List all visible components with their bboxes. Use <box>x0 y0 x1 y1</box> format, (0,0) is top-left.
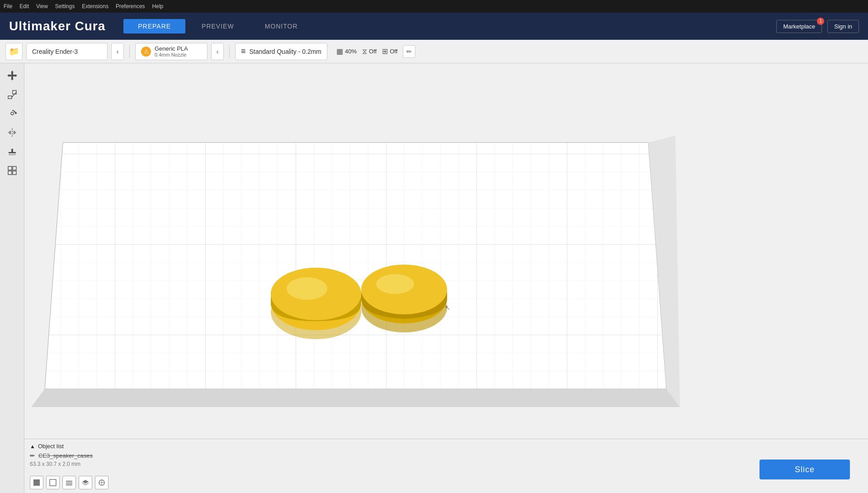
view-mode-5-button[interactable] <box>95 476 108 489</box>
xray-view-icon <box>66 479 73 486</box>
svg-marker-9 <box>15 112 17 114</box>
main-area: ↖ ▲ Object list ✏ CE3_speaker_cases 63.3… <box>0 63 868 493</box>
edit-object-icon: ✏ <box>30 452 35 459</box>
menu-extensions[interactable]: Extensions <box>82 3 108 9</box>
svg-rect-1 <box>8 75 16 76</box>
svg-point-10 <box>11 112 14 115</box>
toolbar-separator-2 <box>229 45 230 58</box>
view-layers-button[interactable] <box>79 476 92 489</box>
chevron-left-icon-2: ‹ <box>217 48 219 55</box>
mirror-tool[interactable] <box>4 124 21 141</box>
svg-marker-5 <box>15 74 17 77</box>
logo-part1: Ultimaker <box>9 19 75 33</box>
menu-preferences[interactable]: Preferences <box>116 3 145 9</box>
pencil-icon: ✏ <box>406 48 412 55</box>
move-icon <box>7 71 17 81</box>
svg-marker-2 <box>11 71 14 72</box>
svg-rect-15 <box>11 149 13 152</box>
nav-tabs: PREPARE PREVIEW MONITOR <box>123 19 776 33</box>
collapse-icon: ▲ <box>30 443 35 450</box>
slice-button[interactable]: Slice <box>760 460 850 479</box>
permodel-icon <box>7 166 17 175</box>
svg-rect-14 <box>9 152 16 153</box>
rotate-icon <box>7 109 17 119</box>
mirror-icon <box>7 128 17 137</box>
menu-view[interactable]: View <box>36 3 48 9</box>
menu-file[interactable]: File <box>4 3 12 9</box>
svg-rect-39 <box>50 479 56 486</box>
svg-rect-19 <box>8 171 12 175</box>
svg-rect-6 <box>8 96 12 99</box>
svg-rect-38 <box>33 479 40 486</box>
svg-rect-42 <box>66 484 72 485</box>
layers-view-icon <box>82 479 89 486</box>
mode5-view-icon <box>98 479 105 486</box>
view-solid-button[interactable] <box>30 476 43 489</box>
object-dimensions: 63.3 x 30.7 x 2.0 mm <box>30 461 863 467</box>
support-icon-svg <box>7 147 17 156</box>
svg-rect-17 <box>8 166 12 170</box>
3d-viewport[interactable]: ↖ ▲ Object list ✏ CE3_speaker_cases 63.3… <box>24 63 868 493</box>
marketplace-button[interactable]: Marketplace 1 <box>776 20 822 33</box>
material-selector[interactable]: ⚠ Generic PLA 0.4mm Nozzle <box>135 43 208 60</box>
material-name: Generic PLA <box>155 45 188 52</box>
tab-preview[interactable]: PREVIEW <box>187 19 249 33</box>
material-text: Generic PLA 0.4mm Nozzle <box>155 45 188 57</box>
chevron-left-icon: ‹ <box>117 48 119 55</box>
support-icon: ⧖ <box>362 47 367 56</box>
grid-background: ↖ <box>24 63 868 493</box>
svg-rect-40 <box>66 481 72 482</box>
wireframe-view-icon <box>49 479 57 486</box>
menu-settings[interactable]: Settings <box>55 3 75 9</box>
viewport-canvas: ↖ ▲ Object list ✏ CE3_speaker_cases 63.3… <box>24 63 868 493</box>
scale-icon <box>7 90 17 100</box>
marketplace-badge: 1 <box>817 18 824 25</box>
main-toolbar: 📁 Creality Ender-3 ‹ ⚠ Generic PLA 0.4mm… <box>0 40 868 63</box>
solid-view-icon <box>33 479 40 486</box>
quality-label: Standard Quality - 0.2mm <box>250 48 322 55</box>
printer-selector[interactable]: Creality Ender-3 <box>26 43 108 60</box>
svg-rect-20 <box>13 171 16 175</box>
fill-control[interactable]: ▦ 40% <box>336 47 357 56</box>
material-prev-button[interactable]: ‹ <box>211 43 224 60</box>
svg-text:↖: ↖ <box>445 304 450 311</box>
view-xray-button[interactable] <box>62 476 76 489</box>
rotate-tool[interactable] <box>4 105 21 122</box>
top-navigation: Ultimaker Cura PREPARE PREVIEW MONITOR M… <box>0 13 868 40</box>
object-list-header[interactable]: ▲ Object list <box>30 443 863 450</box>
svg-marker-26 <box>31 389 680 407</box>
left-toolbar <box>0 63 24 493</box>
adhesion-control[interactable]: ⊞ Off <box>382 47 397 56</box>
object-item[interactable]: ✏ CE3_speaker_cases <box>30 452 863 459</box>
view-wireframe-button[interactable] <box>46 476 60 489</box>
scale-tool[interactable] <box>4 86 21 103</box>
menu-edit[interactable]: Edit <box>19 3 29 9</box>
marketplace-label: Marketplace <box>783 23 815 30</box>
app-logo: Ultimaker Cura <box>9 19 105 33</box>
svg-marker-12 <box>8 130 11 135</box>
material-sub: 0.4mm Nozzle <box>155 52 188 57</box>
tab-prepare[interactable]: PREPARE <box>123 19 185 33</box>
fill-value: 40% <box>345 48 357 55</box>
folder-icon: 📁 <box>9 47 19 57</box>
open-folder-button[interactable]: 📁 <box>5 43 23 60</box>
support-label: Off <box>369 48 377 55</box>
printer-prev-button[interactable]: ‹ <box>111 43 124 60</box>
support-control[interactable]: ⧖ Off <box>362 47 377 56</box>
adhesion-label: Off <box>390 48 397 55</box>
support-tool[interactable] <box>4 143 21 160</box>
quality-selector[interactable]: ≡ Standard Quality - 0.2mm <box>235 43 327 60</box>
bottom-view-icons <box>30 476 108 489</box>
svg-rect-41 <box>66 483 72 484</box>
permodel-tool[interactable] <box>4 162 21 179</box>
object-name: CE3_speaker_cases <box>38 452 93 459</box>
svg-point-36 <box>376 274 414 294</box>
menu-help[interactable]: Help <box>152 3 164 9</box>
bottom-panel: ▲ Object list ✏ CE3_speaker_cases 63.3 x… <box>24 439 868 493</box>
move-tool[interactable] <box>4 67 21 84</box>
tab-monitor[interactable]: MONITOR <box>250 19 312 33</box>
edit-settings-button[interactable]: ✏ <box>403 45 415 58</box>
logo-part2: Cura <box>75 19 105 33</box>
nav-right: Marketplace 1 Sign in <box>776 20 859 33</box>
signin-button[interactable]: Sign in <box>827 20 859 33</box>
